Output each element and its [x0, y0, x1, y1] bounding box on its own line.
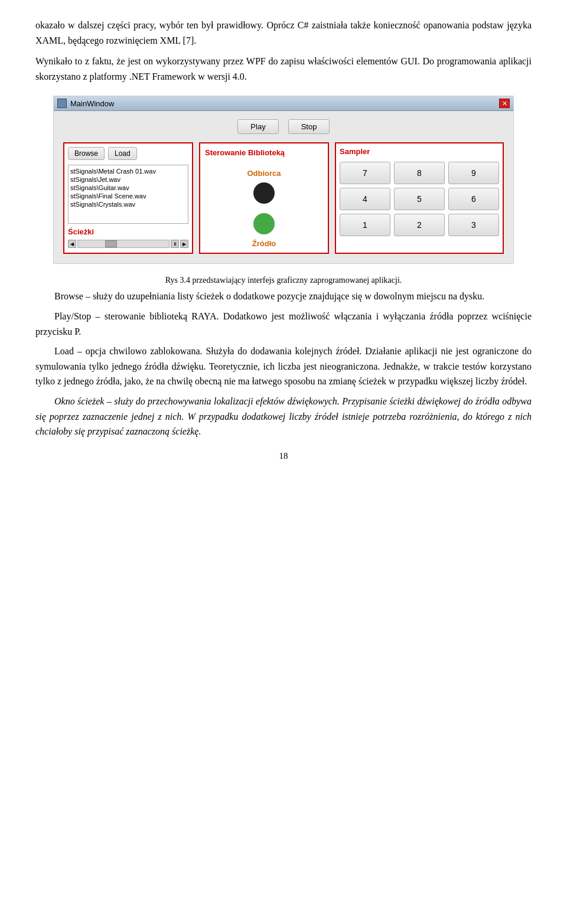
right-panel: Sampler 7 8 9 4 5 6 1 2 3: [335, 142, 504, 254]
body-paragraph-2: Play/Stop – sterowanie biblioteką RAYA. …: [35, 309, 532, 339]
window-icon: [57, 99, 67, 108]
intro-paragraph-2: Wynikało to z faktu, że jest on wykorzys…: [35, 54, 532, 84]
sampler-btn-1[interactable]: 1: [340, 214, 390, 236]
file-item-3[interactable]: stSignals\Final Scene.wav: [70, 192, 186, 200]
load-button[interactable]: Load: [108, 147, 137, 160]
file-item-4[interactable]: stSignals\Crystals.wav: [70, 200, 186, 208]
middle-panel: Sterowanie Biblioteką Odbiorca Źródło: [199, 142, 329, 254]
sampler-btn-4[interactable]: 4: [340, 188, 390, 210]
window-title: MainWindow: [70, 99, 114, 108]
sampler-btn-2[interactable]: 2: [394, 214, 445, 236]
intro-paragraph-1: okazało w dalszej części pracy, wybór te…: [35, 18, 532, 48]
stop-button[interactable]: Stop: [288, 119, 330, 134]
file-list: stSignals\Metal Crash 01.wav stSignals\J…: [68, 165, 188, 224]
sampler-btn-8[interactable]: 8: [394, 162, 445, 184]
body-paragraph-4: Okno ścieżek – służy do przechowywania l…: [35, 394, 532, 439]
scrollbar-row[interactable]: ◀ ⏸ ▶: [68, 240, 188, 248]
page-number: 18: [35, 451, 532, 461]
sampler-btn-5[interactable]: 5: [394, 188, 445, 210]
file-item-1[interactable]: stSignals\Jet.wav: [70, 175, 186, 184]
sampler-btn-6[interactable]: 6: [448, 188, 499, 210]
scroll-left-arrow[interactable]: ◀: [68, 240, 76, 248]
sampler-label: Sampler: [340, 147, 499, 156]
play-button[interactable]: Play: [237, 119, 279, 134]
close-button[interactable]: ✕: [499, 99, 510, 108]
sampler-btn-3[interactable]: 3: [448, 214, 499, 236]
zrodlo-indicator: [253, 213, 275, 234]
scroll-pause[interactable]: ⏸: [171, 240, 179, 248]
top-buttons-row: Play Stop: [63, 119, 504, 134]
scroll-right-arrow[interactable]: ▶: [180, 240, 188, 248]
odbiorca-indicator: [253, 182, 275, 204]
zrodlo-label: Źródło: [252, 239, 276, 248]
sciezki-label: Ścieżki: [68, 227, 188, 236]
left-panel: Browse Load stSignals\Metal Crash 01.wav…: [63, 142, 193, 254]
window-titlebar: MainWindow ✕: [54, 96, 513, 111]
sampler-btn-9[interactable]: 9: [448, 162, 499, 184]
window-body: Play Stop Browse Load stSignals\Metal Cr…: [54, 111, 513, 263]
file-item-2[interactable]: stSignals\Guitar.wav: [70, 184, 186, 192]
browse-button[interactable]: Browse: [68, 147, 105, 160]
body-paragraph-3: Load – opcja chwilowo zablokowana. Służy…: [35, 344, 532, 389]
sterowanie-label: Sterowanie Biblioteką: [205, 148, 285, 157]
body-paragraph-1: Browse – służy do uzupełniania listy ści…: [35, 289, 532, 304]
browse-load-row: Browse Load: [68, 147, 188, 160]
scroll-track[interactable]: [77, 240, 170, 248]
scroll-thumb[interactable]: [105, 240, 117, 247]
sampler-btn-7[interactable]: 7: [340, 162, 390, 184]
figure-caption: Rys 3.4 przedstawiający interfejs grafic…: [35, 276, 532, 285]
window-title-left: MainWindow: [57, 99, 114, 108]
figure-container: MainWindow ✕ Play Stop Browse Load stSig…: [53, 96, 514, 264]
file-item-0[interactable]: stSignals\Metal Crash 01.wav: [70, 167, 186, 175]
main-area: Browse Load stSignals\Metal Crash 01.wav…: [63, 142, 504, 254]
sampler-grid: 7 8 9 4 5 6 1 2 3: [340, 162, 499, 236]
odbiorca-label: Odbiorca: [247, 169, 281, 178]
